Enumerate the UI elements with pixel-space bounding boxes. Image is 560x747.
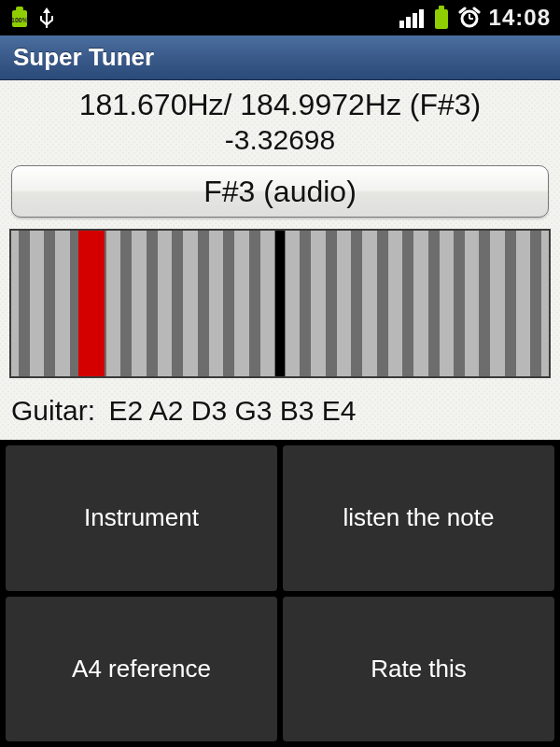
tuner-panel: 181.670Hz/ 184.9972Hz (F#3) -3.32698 F#3… — [0, 80, 560, 440]
frequency-readout: 181.670Hz/ 184.9972Hz (F#3) — [0, 80, 560, 122]
app-screen: 100% — [0, 0, 560, 747]
svg-rect-1 — [16, 7, 23, 11]
target-hz: 184.9972Hz — [240, 88, 401, 121]
status-bar: 100% — [0, 0, 560, 35]
svg-rect-3 — [399, 21, 404, 28]
target-note: F#3 — [419, 88, 470, 121]
a4-reference-button[interactable]: A4 reference — [6, 597, 277, 742]
svg-rect-6 — [419, 9, 424, 28]
meter-center-line — [275, 231, 285, 376]
clock-text: 14:08 — [489, 5, 551, 31]
app-title: Super Tuner — [0, 35, 560, 80]
svg-line-12 — [460, 8, 465, 12]
meter-needle — [78, 231, 105, 376]
svg-rect-5 — [413, 13, 417, 28]
usb-icon — [37, 6, 56, 30]
tuning-meter — [9, 229, 551, 378]
menu-grid: Instrument listen the note A4 reference … — [0, 440, 560, 747]
instrument-button[interactable]: Instrument — [6, 445, 277, 591]
listen-note-button[interactable]: listen the note — [283, 445, 554, 591]
cents-offset: -3.32698 — [0, 122, 560, 165]
battery-small-icon: 100% — [9, 7, 30, 29]
measured-hz: 181.670Hz — [79, 88, 224, 121]
signal-icon — [399, 7, 426, 28]
svg-line-13 — [474, 8, 479, 12]
play-note-button[interactable]: F#3 (audio) — [11, 165, 549, 218]
svg-rect-8 — [439, 6, 444, 10]
instrument-label: Guitar: — [11, 395, 95, 426]
strings-list: E2 A2 D3 G3 B3 E4 — [108, 395, 356, 426]
svg-rect-7 — [435, 9, 448, 29]
battery-icon — [433, 6, 450, 30]
rate-this-button[interactable]: Rate this — [283, 597, 554, 742]
instrument-strings: Guitar: E2 A2 D3 G3 B3 E4 — [0, 388, 560, 440]
svg-rect-4 — [406, 17, 411, 28]
svg-text:100%: 100% — [11, 17, 29, 23]
alarm-icon — [457, 7, 482, 29]
